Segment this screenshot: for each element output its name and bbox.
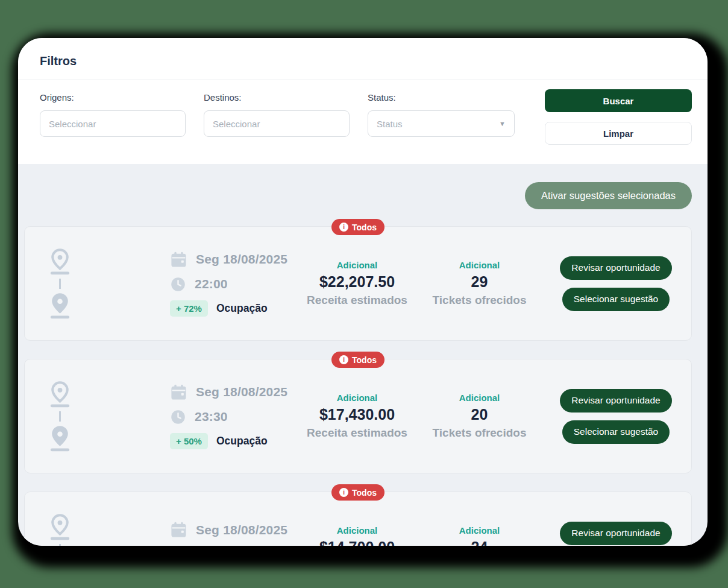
route-pins (48, 381, 72, 452)
filters-header: Filtros (18, 38, 708, 80)
tickets-metric: Adicional 20 Tickets ofrecidos (418, 393, 541, 440)
origins-field: Origens: (40, 92, 186, 137)
trip-date: Seg 18/08/2025 (196, 385, 287, 399)
tickets-value: 20 (418, 406, 541, 423)
calendar-icon (170, 384, 187, 401)
route-connector (59, 544, 61, 546)
card-actions: Revisar oportunidade Selecionar sugestão (541, 389, 691, 444)
calendar-icon (170, 521, 187, 539)
origins-input[interactable] (40, 110, 186, 137)
tickets-tag: Adicional (418, 525, 541, 536)
occupancy-label: Ocupação (216, 302, 268, 315)
filters-title: Filtros (40, 54, 686, 68)
filters-row: Origens: Destinos: Status: Status ▼ Busc… (18, 80, 708, 164)
destinations-label: Destinos: (204, 92, 350, 103)
status-badge: i Todos (331, 352, 384, 368)
route-connector (59, 411, 61, 422)
occupancy-label: Ocupação (216, 435, 268, 447)
revenue-value: $14,700.00 (296, 539, 418, 546)
route-pins (48, 513, 72, 546)
clear-button[interactable]: Limpar (545, 122, 692, 145)
status-select-value: Status (377, 119, 403, 129)
suggestion-list: i Todos Seg 18/08/2025 22:00 (24, 226, 692, 546)
status-field: Status: Status ▼ (368, 92, 513, 137)
revenue-metric: Adicional $17,430.00 Receita estimados (296, 393, 418, 440)
trip-date: Seg 18/08/2025 (196, 523, 287, 537)
card-actions: Revisar oportunidade Selecionar sugestão (541, 522, 691, 546)
suggestions-section: Ativar sugestões selecionadas i Todos Se (18, 164, 708, 546)
datetime-block: Seg 18/08/2025 23:30 + 50% Ocupação (115, 384, 296, 449)
route-pins (48, 248, 72, 320)
search-button[interactable]: Buscar (545, 89, 692, 112)
select-suggestion-button[interactable]: Selecionar sugestão (562, 420, 670, 444)
status-badge: i Todos (331, 484, 384, 501)
info-icon: i (339, 488, 348, 497)
info-icon: i (339, 223, 348, 232)
status-badge-label: Todos (352, 223, 377, 232)
revenue-tag: Adicional (296, 260, 418, 270)
origin-pin-icon (48, 513, 72, 541)
suggestion-card: i Todos Seg 18/08/2025 22:00 (24, 226, 692, 341)
main-panel: Filtros Origens: Destinos: Status: Statu… (18, 38, 708, 546)
revenue-value: $17,430.00 (296, 406, 418, 423)
destination-pin-icon (48, 292, 72, 320)
info-icon: i (339, 355, 348, 364)
revenue-sublabel: Receita estimados (296, 294, 418, 307)
review-opportunity-button[interactable]: Revisar oportunidade (560, 389, 671, 413)
chevron-down-icon: ▼ (499, 120, 506, 127)
select-suggestion-button[interactable]: Selecionar sugestão (562, 288, 670, 311)
status-label: Status: (368, 92, 513, 103)
status-badge: i Todos (331, 219, 384, 235)
tickets-metric: Adicional 24 Tickets ofrecidos (418, 525, 541, 546)
tickets-value: 29 (418, 273, 541, 291)
tickets-tag: Adicional (418, 260, 541, 270)
status-badge-label: Todos (352, 355, 377, 365)
route-connector (59, 279, 61, 289)
destinations-input[interactable] (204, 110, 350, 137)
clock-icon (170, 409, 186, 425)
review-opportunity-button[interactable]: Revisar oportunidade (560, 522, 671, 545)
review-opportunity-button[interactable]: Revisar oportunidade (560, 256, 671, 280)
status-select[interactable]: Status ▼ (368, 110, 515, 137)
datetime-block: Seg 18/08/2025 22:00 + 72% Ocupação (115, 251, 296, 317)
calendar-icon (170, 251, 187, 268)
suggestion-card: i Todos Seg 18/08/2025 19:15 (24, 492, 692, 546)
clock-icon (170, 276, 186, 292)
origin-pin-icon (48, 248, 72, 276)
revenue-metric: Adicional $22,207.50 Receita estimados (296, 260, 418, 307)
revenue-metric: Adicional $14,700.00 Receita estimados (296, 525, 418, 546)
occupancy-badge: + 72% (170, 300, 208, 317)
suggestion-card: i Todos Seg 18/08/2025 23:30 (24, 359, 692, 473)
revenue-value: $22,207.50 (296, 273, 418, 291)
trip-date: Seg 18/08/2025 (196, 252, 287, 267)
tickets-value: 24 (418, 539, 541, 546)
destination-pin-icon (48, 425, 72, 452)
revenue-tag: Adicional (296, 393, 418, 403)
revenue-sublabel: Receita estimados (296, 426, 418, 440)
datetime-block: Seg 18/08/2025 19:15 (115, 521, 296, 546)
tickets-sublabel: Tickets ofrecidos (418, 294, 541, 307)
origins-label: Origens: (40, 92, 186, 103)
occupancy-badge: + 50% (170, 433, 208, 449)
status-badge-label: Todos (352, 488, 377, 498)
card-actions: Revisar oportunidade Selecionar sugestão (541, 256, 691, 311)
tickets-metric: Adicional 29 Tickets ofrecidos (418, 260, 541, 307)
destinations-field: Destinos: (204, 92, 350, 137)
origin-pin-icon (48, 381, 72, 408)
tickets-tag: Adicional (418, 393, 541, 403)
tickets-sublabel: Tickets ofrecidos (418, 426, 541, 440)
activate-selected-button[interactable]: Ativar sugestões selecionadas (525, 182, 692, 209)
filter-actions: Buscar Limpar (545, 89, 692, 145)
trip-time: 23:30 (195, 409, 228, 424)
trip-time: 22:00 (195, 277, 228, 291)
revenue-tag: Adicional (296, 525, 418, 536)
